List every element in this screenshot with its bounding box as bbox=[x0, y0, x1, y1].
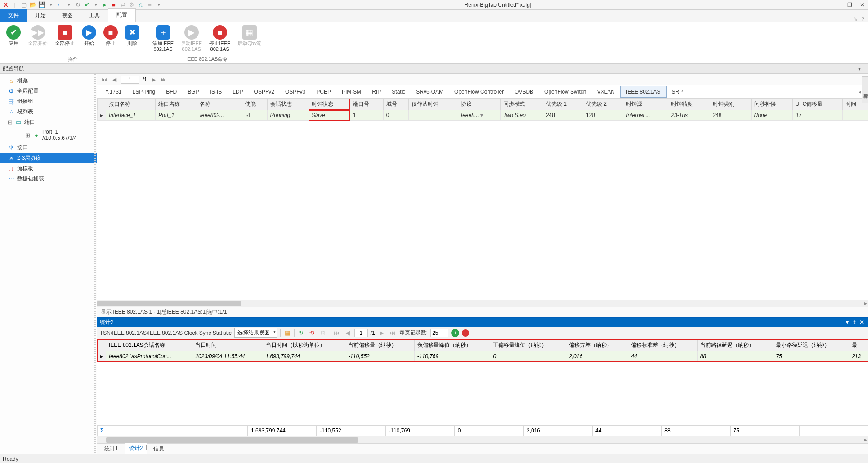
col-header[interactable]: 时钟类别 bbox=[710, 99, 751, 110]
stats-cell[interactable]: 0 bbox=[490, 351, 566, 362]
cell[interactable] bbox=[842, 110, 868, 121]
minimize-icon[interactable]: — bbox=[833, 1, 841, 9]
stats-grid[interactable]: IEEE 802.1AS会话名称当日时间当日时间（以秒为单位）当前偏移量（纳秒）… bbox=[97, 339, 868, 362]
stats-prev-icon[interactable]: ◀ bbox=[344, 329, 352, 337]
proto-tab-openflow-controller[interactable]: OpenFlow Controller bbox=[449, 86, 509, 97]
stats-first-icon[interactable]: ⏮ bbox=[333, 329, 341, 337]
cell[interactable]: ☐ bbox=[408, 110, 458, 121]
cell[interactable]: Internal ... bbox=[623, 110, 668, 121]
tree-segment[interactable]: ⛬段列表 bbox=[0, 107, 97, 117]
run-check-icon[interactable]: ✔ bbox=[83, 1, 91, 9]
stats-dropdown-icon[interactable]: ▾ bbox=[844, 319, 851, 325]
proto-tab-static[interactable]: Static bbox=[386, 86, 411, 97]
tab-tool[interactable]: 工具 bbox=[81, 9, 108, 22]
tab-start[interactable]: 开始 bbox=[27, 9, 54, 22]
add-ieee-button[interactable]: ＋添加IEEE 802.1AS bbox=[149, 23, 177, 55]
proto-tab-openflow-switch[interactable]: OpenFlow Switch bbox=[539, 86, 591, 97]
cell[interactable]: Ieee802... bbox=[197, 110, 242, 121]
tool2-icon[interactable]: ⎌ bbox=[137, 1, 145, 9]
col-header[interactable]: 优先级 1 bbox=[543, 99, 583, 110]
save-file-icon[interactable]: 💾 bbox=[38, 1, 46, 9]
tree-port[interactable]: ⊟▭端口 bbox=[0, 117, 97, 127]
proto-tab-ospfv3[interactable]: OSPFv3 bbox=[280, 86, 311, 97]
row-selector[interactable]: ▸ bbox=[98, 351, 106, 362]
stats-col-header[interactable]: 最 bbox=[849, 340, 868, 351]
col-header[interactable]: 端口名称 bbox=[156, 99, 197, 110]
tree-template[interactable]: ⎍流模板 bbox=[0, 163, 97, 174]
side-panel-handle[interactable]: 智能脚本 bbox=[862, 76, 868, 103]
record-stop-icon[interactable] bbox=[462, 329, 469, 337]
col-header[interactable]: 域号 bbox=[383, 99, 408, 110]
start-button[interactable]: ▶开始 bbox=[78, 23, 100, 55]
stats-col-header[interactable]: 当日时间 bbox=[192, 340, 263, 351]
cell[interactable]: 0 bbox=[383, 110, 408, 121]
cell[interactable]: Running bbox=[267, 110, 309, 121]
stats-cell[interactable]: 2023/09/04 11:55:44 bbox=[192, 351, 263, 362]
qat-dd2-icon[interactable]: ▾ bbox=[65, 1, 73, 9]
proto-tab-srp[interactable]: SRP bbox=[667, 86, 689, 97]
tree-multicast[interactable]: ⇶组播组 bbox=[0, 96, 97, 107]
col-header[interactable]: 优先级 2 bbox=[583, 99, 623, 110]
stats-col-header[interactable]: 当前路径延迟（纳秒） bbox=[697, 340, 773, 351]
cell[interactable]: Port_1 bbox=[156, 110, 197, 121]
proto-tab-pim-sm[interactable]: PIM-SM bbox=[336, 86, 367, 97]
stats-next-icon[interactable]: ▶ bbox=[378, 329, 386, 337]
col-header[interactable]: 时钟源 bbox=[623, 99, 668, 110]
export-icon[interactable]: ⎘ bbox=[319, 329, 327, 337]
first-page-icon[interactable]: ⏮ bbox=[101, 76, 108, 83]
back-icon[interactable]: ← bbox=[56, 1, 64, 9]
close-icon[interactable]: ✕ bbox=[858, 1, 866, 9]
qat-end-dd-icon[interactable]: ▾ bbox=[155, 1, 163, 9]
cell[interactable]: 128 bbox=[583, 110, 623, 121]
tree-overview[interactable]: ⌂概览 bbox=[0, 76, 97, 86]
tree-global[interactable]: ⚙全局配置 bbox=[0, 86, 97, 96]
start-ieee-button[interactable]: ▶启动IEEE 802.1AS bbox=[177, 23, 206, 55]
proto-tab-lsp-ping[interactable]: LSP-Ping bbox=[127, 86, 161, 97]
stats-col-header[interactable]: 负偏移量峰值（纳秒） bbox=[414, 340, 490, 351]
cell[interactable]: ☑ bbox=[242, 110, 267, 121]
cell[interactable]: 23-1us bbox=[668, 110, 710, 121]
help-icon[interactable]: ? bbox=[861, 16, 864, 22]
panel-menu-icon[interactable]: ▾ bbox=[858, 66, 865, 72]
stats-cell[interactable]: 213 bbox=[849, 351, 868, 362]
maximize-icon[interactable]: ❐ bbox=[846, 1, 854, 9]
cell[interactable]: None bbox=[751, 110, 792, 121]
tree-port1[interactable]: ⊞●Port_1 //10.0.5.67/3/4 bbox=[0, 127, 97, 143]
cell[interactable]: Two Step bbox=[501, 110, 543, 121]
stats-last-icon[interactable]: ⏭ bbox=[389, 329, 397, 337]
proto-tab-ldp[interactable]: LDP bbox=[227, 86, 248, 97]
cell[interactable]: Ieee8... ▾ bbox=[458, 110, 500, 121]
tab-info[interactable]: 信息 bbox=[149, 444, 169, 454]
stats-cell[interactable]: 88 bbox=[697, 351, 773, 362]
open-file-icon[interactable]: 📂 bbox=[29, 1, 37, 9]
stop-button[interactable]: ■停止 bbox=[100, 23, 121, 55]
stop-all-button[interactable]: ■全部停止 bbox=[51, 23, 78, 55]
play-icon[interactable]: ▸ bbox=[101, 1, 109, 9]
next-page-icon[interactable]: ▶ bbox=[151, 76, 157, 83]
cell[interactable]: Slave bbox=[309, 110, 350, 121]
refresh-icon[interactable]: ↻ bbox=[74, 1, 82, 9]
grid-view-icon[interactable]: ▦ bbox=[283, 329, 291, 337]
link-icon[interactable]: ⇄ bbox=[119, 1, 127, 9]
col-header[interactable]: 时钟状态 bbox=[309, 99, 350, 110]
tool1-icon[interactable]: ⚙ bbox=[128, 1, 136, 9]
row-selector[interactable]: ▸ bbox=[98, 110, 106, 121]
new-file-icon[interactable]: ▢ bbox=[20, 1, 28, 9]
col-header[interactable]: 接口名称 bbox=[106, 99, 156, 110]
stats-cell[interactable]: Ieee8021asProtocolCon... bbox=[106, 351, 192, 362]
tree-interface[interactable]: ♆接口 bbox=[0, 143, 97, 153]
qat-dd-icon[interactable]: ▾ bbox=[47, 1, 55, 9]
last-page-icon[interactable]: ⏭ bbox=[160, 76, 167, 83]
add-record-icon[interactable]: + bbox=[451, 329, 459, 337]
tree-l23-protocol[interactable]: ✕2-3层协议 bbox=[0, 153, 97, 163]
tab-file[interactable]: 文件 bbox=[0, 9, 27, 22]
col-header[interactable]: 同步模式 bbox=[501, 99, 543, 110]
start-qbv-button[interactable]: ▦启动Qbv流 bbox=[234, 23, 265, 55]
grid-scrollbar[interactable]: ▸ bbox=[97, 300, 868, 307]
proto-tab-bfd[interactable]: BFD bbox=[161, 86, 182, 97]
clear-stats-icon[interactable]: ⟲ bbox=[308, 329, 316, 337]
col-header[interactable]: 时钟精度 bbox=[668, 99, 710, 110]
proto-tab-vxlan[interactable]: VXLAN bbox=[591, 86, 620, 97]
proto-tab-ovsdb[interactable]: OVSDB bbox=[509, 86, 539, 97]
proto-tab-pcep[interactable]: PCEP bbox=[311, 86, 336, 97]
